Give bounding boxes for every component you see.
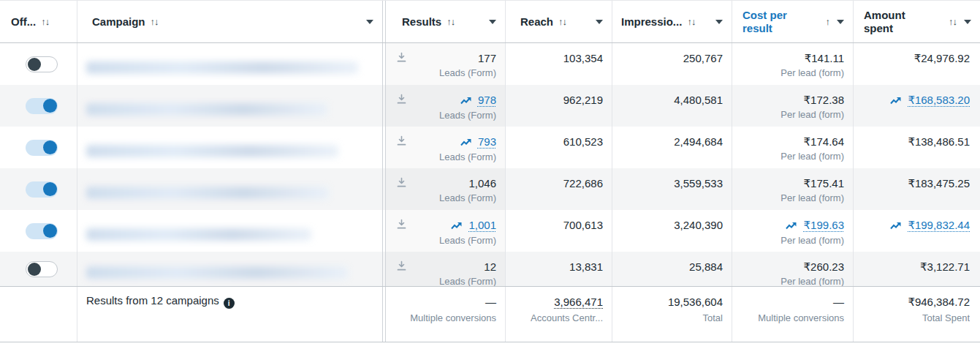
trend-up-icon[interactable] — [786, 218, 797, 233]
table-header-row: Off... ↑↓ Campaign ↑↓ Results ↑↓ Reach ↑… — [0, 1, 980, 43]
column-header-impressions[interactable]: Impressio... ↑↓ — [612, 1, 732, 42]
sort-icon: ↑↓ — [151, 16, 159, 27]
table-row: 177 Leads (Form) 103,354 250,767 ₹141.11… — [0, 43, 980, 85]
results-value: 177 — [478, 52, 496, 64]
results-cell: 1,046 Leads (Form) — [386, 168, 506, 210]
toggle-knob — [43, 99, 57, 113]
column-header-results[interactable]: Results ↑↓ — [386, 1, 506, 42]
download-icon[interactable] — [396, 52, 407, 65]
toggle-cell — [0, 85, 77, 127]
reach-value: 610,523 — [563, 135, 603, 148]
results-sublabel: Leads (Form) — [395, 275, 496, 286]
results-value: 1,046 — [468, 177, 496, 189]
results-sublabel: Leads (Form) — [395, 109, 496, 122]
results-cell: 177 Leads (Form) — [386, 43, 506, 85]
campaign-name-blurred — [86, 103, 327, 116]
cost-per-result-cell: ₹199.63 Per lead (form) — [732, 210, 854, 252]
table-row: 12 Leads (Form) 13,831 25,884 ₹260.23 Pe… — [0, 252, 980, 286]
impressions-value: 2,494,684 — [674, 135, 723, 148]
chevron-down-icon[interactable] — [366, 20, 373, 24]
sort-icon: ↑↓ — [447, 16, 455, 27]
cost-per-result-value: ₹141.11 — [805, 52, 844, 64]
campaign-toggle[interactable] — [26, 98, 58, 114]
campaign-name-cell[interactable] — [77, 43, 383, 85]
amount-spent-value: ₹24,976.92 — [914, 52, 970, 64]
results-sublabel: Leads (Form) — [395, 234, 496, 247]
column-header-campaign[interactable]: Campaign ↑↓ — [77, 1, 383, 42]
cost-per-result-value: ₹172.38 — [804, 94, 844, 106]
campaigns-summary-text: Results from 12 campaigns — [86, 292, 219, 307]
trend-up-icon[interactable] — [890, 218, 901, 233]
column-label-amount-spent: Amount spent — [864, 9, 912, 35]
column-label-results: Results — [402, 15, 441, 29]
results-cell: 12 Leads (Form) — [386, 252, 506, 286]
totals-cost-cell: — Multiple conversions — [732, 287, 854, 342]
chevron-down-icon[interactable] — [489, 20, 496, 24]
campaign-name-cell[interactable] — [77, 168, 383, 210]
download-icon[interactable] — [396, 135, 407, 149]
campaign-name-cell[interactable] — [77, 85, 383, 127]
column-label-impressions: Impressio... — [621, 15, 682, 29]
column-label-campaign: Campaign — [92, 15, 145, 29]
trend-up-icon[interactable] — [451, 218, 462, 233]
campaign-name-blurred — [86, 145, 338, 157]
campaign-toggle[interactable] — [26, 261, 58, 277]
campaign-toggle[interactable] — [26, 56, 58, 72]
column-header-amount-spent[interactable]: Amount spent ↑↓ — [854, 1, 980, 42]
sort-icon: ↑↓ — [687, 16, 695, 27]
campaign-name-cell[interactable] — [77, 127, 383, 168]
download-icon[interactable] — [396, 94, 407, 107]
info-icon[interactable]: i — [224, 298, 235, 309]
chevron-down-icon[interactable] — [715, 20, 723, 24]
campaign-name-blurred — [86, 266, 348, 279]
impressions-cell: 4,480,581 — [612, 85, 732, 127]
chevron-down-icon[interactable] — [964, 20, 971, 24]
trend-up-icon[interactable] — [890, 93, 901, 108]
download-icon[interactable] — [396, 177, 407, 190]
campaign-toggle[interactable] — [26, 140, 58, 156]
totals-amount-value: ₹946,384.72 — [908, 296, 970, 308]
chevron-down-icon[interactable] — [837, 20, 844, 24]
totals-cost-value: — — [833, 296, 844, 308]
toggle-knob — [28, 263, 41, 276]
results-sublabel: Leads (Form) — [395, 67, 496, 80]
campaign-name-blurred — [86, 61, 358, 74]
results-value: 12 — [484, 260, 496, 273]
trend-up-icon[interactable] — [460, 93, 471, 108]
table-row: 1,046 Leads (Form) 722,686 3,559,533 ₹17… — [0, 168, 980, 210]
trend-up-icon[interactable] — [460, 135, 471, 150]
download-icon[interactable] — [396, 260, 407, 274]
cost-per-result-cell: ₹174.64 Per lead (form) — [732, 127, 854, 168]
results-sublabel: Leads (Form) — [395, 151, 496, 164]
amount-spent-cell: ₹138,486.51 — [854, 127, 980, 168]
amount-spent-cell: ₹24,976.92 — [854, 43, 980, 85]
column-label-off: Off... — [11, 15, 36, 29]
impressions-value: 3,559,533 — [674, 177, 723, 189]
chevron-down-icon[interactable] — [596, 20, 603, 24]
column-header-reach[interactable]: Reach ↑↓ — [506, 1, 612, 42]
campaign-name-cell[interactable] — [77, 252, 383, 286]
cost-per-result-sublabel: Per lead (form) — [741, 108, 844, 121]
download-icon[interactable] — [396, 219, 407, 232]
totals-amount-cell: ₹946,384.72 Total Spent — [854, 287, 980, 342]
totals-summary-cell: Results from 12 campaignsi — [77, 287, 383, 342]
results-value: 978 — [478, 94, 496, 106]
amount-spent-cell: ₹168,583.20 — [854, 85, 980, 127]
amount-spent-value: ₹199,832.44 — [908, 219, 970, 231]
column-label-cost-per-result: Cost per result — [742, 9, 791, 35]
campaign-name-cell[interactable] — [77, 210, 383, 252]
toggle-knob — [43, 182, 57, 196]
reach-cell: 962,219 — [506, 85, 612, 127]
impressions-cell: 2,494,684 — [612, 127, 732, 168]
totals-reach-cell: 3,966,471 Accounts Centr... — [506, 287, 612, 342]
column-header-cost-per-result[interactable]: Cost per result ↑ — [732, 1, 854, 42]
campaign-toggle[interactable] — [26, 181, 58, 198]
campaign-name-blurred — [86, 228, 311, 241]
reach-value: 962,219 — [563, 94, 603, 106]
campaign-toggle[interactable] — [26, 223, 58, 239]
totals-reach-value[interactable]: 3,966,471 — [554, 296, 603, 308]
table-body: 177 Leads (Form) 103,354 250,767 ₹141.11… — [0, 43, 980, 286]
sort-icon: ↑↓ — [558, 16, 566, 27]
impressions-value: 250,767 — [683, 52, 723, 64]
column-header-off[interactable]: Off... ↑↓ — [0, 1, 77, 42]
